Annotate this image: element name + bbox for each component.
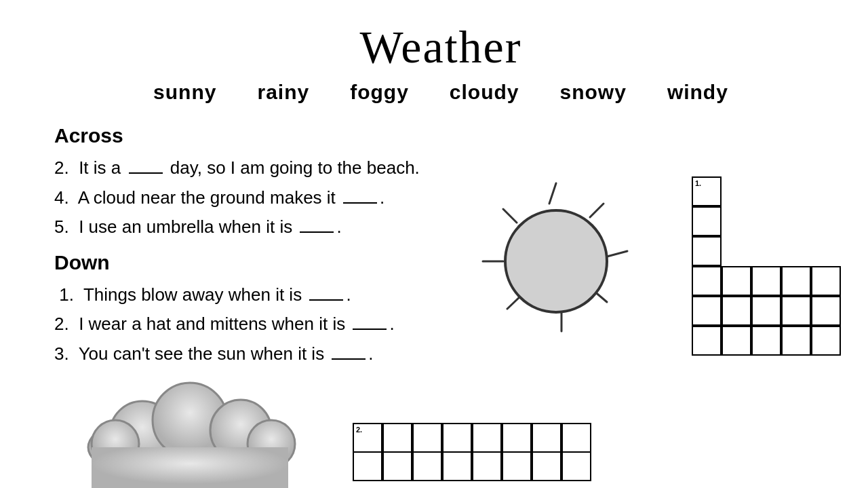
cell-across2-4[interactable] xyxy=(472,423,502,453)
cell-across2-r2-7[interactable] xyxy=(561,451,591,481)
cell-row4-3[interactable] xyxy=(781,296,811,326)
svg-line-0 xyxy=(549,183,556,204)
cell-row5-1[interactable] xyxy=(722,326,751,356)
cell-across2-2[interactable] xyxy=(412,423,442,453)
page-title: Weather xyxy=(54,20,827,74)
cell-across2-r2-5[interactable] xyxy=(502,451,532,481)
cell-1-3[interactable] xyxy=(692,266,722,296)
cell-row5-2[interactable] xyxy=(751,326,781,356)
cloud-illustration xyxy=(54,379,326,488)
sun-illustration xyxy=(461,163,651,353)
svg-point-8 xyxy=(505,210,607,312)
crossword-across-2: 2. xyxy=(353,423,591,481)
cell-row4-4[interactable] xyxy=(811,296,841,326)
cell-across2-1[interactable] xyxy=(382,423,412,453)
svg-rect-15 xyxy=(92,447,288,488)
word-rainy: rainy xyxy=(257,81,309,104)
cell-across2-7[interactable] xyxy=(561,423,591,453)
crossword-vertical: 1. xyxy=(692,176,841,462)
word-sunny: sunny xyxy=(153,81,216,104)
cell-across2-r2-6[interactable] xyxy=(532,451,561,481)
svg-line-7 xyxy=(503,209,517,223)
cell-across2-3[interactable] xyxy=(442,423,472,453)
word-windy: windy xyxy=(667,81,728,104)
word-bank: sunny rainy foggy cloudy snowy windy xyxy=(54,81,827,104)
word-cloudy: cloudy xyxy=(450,81,519,104)
word-snowy: snowy xyxy=(560,81,627,104)
cell-across2-r2-3[interactable] xyxy=(442,451,472,481)
cell-row4-1[interactable] xyxy=(722,296,751,326)
cell-row4-2[interactable] xyxy=(751,296,781,326)
cell-across2-0[interactable]: 2. xyxy=(353,423,382,453)
worksheet-page: Weather sunny rainy foggy cloudy snowy w… xyxy=(0,0,868,488)
cell-across2-r2-0[interactable] xyxy=(353,451,382,481)
cell-across2-r2-2[interactable] xyxy=(412,451,442,481)
cell-row3-4[interactable] xyxy=(811,266,841,296)
cell-row3-1[interactable] xyxy=(722,266,751,296)
svg-line-1 xyxy=(590,204,604,217)
svg-line-2 xyxy=(607,251,627,257)
cell-row5-4[interactable] xyxy=(811,326,841,356)
cell-1-4[interactable] xyxy=(692,296,722,326)
crossword-grid: 1. xyxy=(692,176,841,462)
cell-across2-5[interactable] xyxy=(502,423,532,453)
cell-across2-r2-4[interactable] xyxy=(472,451,502,481)
cell-1-5[interactable] xyxy=(692,326,722,356)
cell-row5-3[interactable] xyxy=(781,326,811,356)
cell-1-1[interactable] xyxy=(692,206,722,236)
cell-row3-2[interactable] xyxy=(751,266,781,296)
cell-row3-3[interactable] xyxy=(781,266,811,296)
cell-1-0[interactable]: 1. xyxy=(692,176,722,206)
word-foggy: foggy xyxy=(350,81,409,104)
cell-1-2[interactable] xyxy=(692,236,722,266)
cell-across2-6[interactable] xyxy=(532,423,561,453)
cell-across2-r2-1[interactable] xyxy=(382,451,412,481)
across-heading: Across xyxy=(54,124,827,147)
